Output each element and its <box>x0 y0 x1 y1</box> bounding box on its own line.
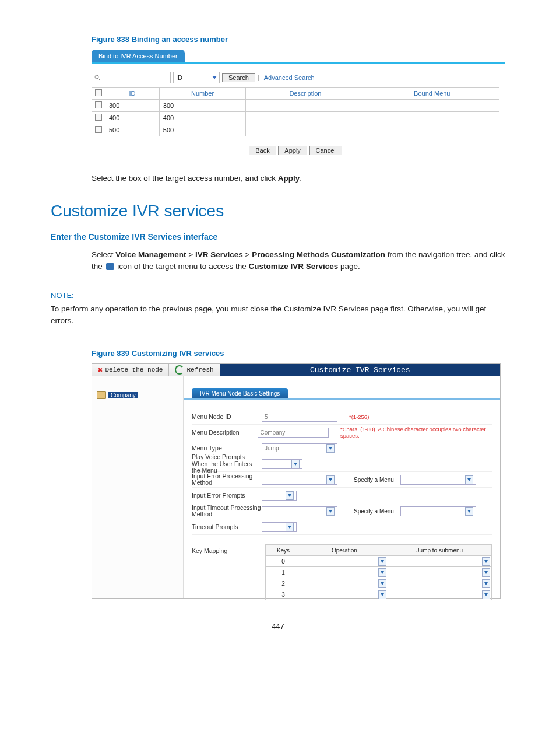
key-mapping-table: Keys Operation Jump to submenu 0 1 2 3 <box>265 544 492 600</box>
search-row: ID Search | Advanced Search <box>92 72 505 83</box>
menu-type-label: Menu Type <box>192 444 262 452</box>
jump-select[interactable] <box>482 590 490 599</box>
input-error-prompts-select[interactable] <box>262 491 297 501</box>
menu-node-id-input[interactable]: 5 <box>262 412 337 422</box>
page-number: 447 <box>51 622 505 631</box>
timeout-prompts-label: Timeout Prompts <box>192 523 262 530</box>
chevron-down-icon <box>286 491 294 500</box>
menu-node-id-label: Menu Node ID <box>192 413 262 420</box>
section-title: Customize IVR services <box>51 202 505 220</box>
col-keys: Keys <box>266 545 301 555</box>
input-error-label: Input Error Processing Method <box>192 473 262 487</box>
chevron-down-icon <box>291 460 300 468</box>
jump-select[interactable] <box>482 557 490 566</box>
bind-access-tab[interactable]: Bind to IVR Access Number <box>92 50 185 62</box>
refresh-icon <box>175 365 184 374</box>
customize-ivr-window: ✖ Delete the node Refresh Customize IVR … <box>92 363 501 598</box>
back-button[interactable]: Back <box>249 146 276 155</box>
col-id: ID <box>105 88 160 100</box>
key-row: 0 <box>265 556 492 567</box>
figure-839-caption: Figure 839 Customizing IVR services <box>92 349 505 358</box>
note-label: NOTE: <box>51 291 505 300</box>
advanced-search-link[interactable]: Advanced Search <box>264 74 315 81</box>
nav-instruction: Select Voice Management > IVR Services >… <box>92 249 505 272</box>
table-row: 300 300 <box>92 100 499 112</box>
operation-select[interactable] <box>378 568 386 577</box>
search-icon <box>94 75 100 80</box>
play-prompts-label: Play Voice Prompts When the User Enters … <box>192 454 262 474</box>
cancel-button[interactable]: Cancel <box>309 146 342 155</box>
table-row: 400 400 <box>92 112 499 124</box>
delete-icon: ✖ <box>98 365 103 375</box>
note-body: To perform any operation to the previous… <box>51 303 505 326</box>
chevron-down-icon <box>212 76 217 79</box>
row-checkbox[interactable] <box>95 126 102 133</box>
row-checkbox[interactable] <box>95 102 102 108</box>
col-number: Number <box>159 88 245 100</box>
play-prompts-select[interactable] <box>262 459 302 469</box>
edit-icon <box>106 263 114 270</box>
search-input[interactable] <box>92 72 171 83</box>
input-timeout-menu-select[interactable] <box>400 506 476 516</box>
refresh-button[interactable]: Refresh <box>169 364 220 376</box>
menu-type-select[interactable]: Jump <box>262 443 337 453</box>
input-timeout-label: Input Timeout Processing Method <box>192 505 262 518</box>
tab-strip: Bind to IVR Access Number <box>92 50 505 64</box>
settings-pane: IVR Menu Node Basic Settings Menu Node I… <box>184 376 500 598</box>
search-field-select-value: ID <box>176 74 182 81</box>
chevron-down-icon <box>326 507 335 516</box>
key-mapping-label: Key Mapping <box>192 547 262 554</box>
chevron-down-icon <box>465 475 473 484</box>
menu-desc-label: Menu Description <box>192 429 258 436</box>
menu-desc-hint: *Chars. (1-80). A Chinese character occu… <box>340 426 492 439</box>
col-jump: Jump to submenu <box>388 545 491 555</box>
table-row: 500 500 <box>92 124 499 136</box>
tree-item-company[interactable]: Company <box>97 391 178 399</box>
input-timeout-select[interactable] <box>262 506 337 516</box>
key-row: 3 <box>265 589 492 600</box>
jump-select[interactable] <box>482 579 490 588</box>
specify-menu-label-2: Specify a Menu <box>354 508 400 514</box>
operation-select[interactable] <box>378 579 386 588</box>
delete-node-button[interactable]: ✖ Delete the node <box>92 364 169 376</box>
col-operation: Operation <box>301 545 388 555</box>
jump-select[interactable] <box>482 568 490 577</box>
window-title: Customize IVR Services <box>220 364 500 376</box>
figure-838-caption: Figure 838 Binding an access number <box>92 35 505 44</box>
folder-icon <box>97 391 106 399</box>
input-error-prompts-label: Input Error Prompts <box>192 492 262 499</box>
timeout-prompts-select[interactable] <box>262 522 297 532</box>
tree-pane: Company <box>92 376 184 598</box>
menu-desc-input[interactable]: Company <box>258 428 329 438</box>
row-checkbox[interactable] <box>95 114 102 121</box>
select-all-checkbox[interactable] <box>95 89 102 96</box>
specify-menu-label: Specify a Menu <box>354 477 400 483</box>
search-button[interactable]: Search <box>222 73 255 82</box>
search-field-select[interactable]: ID <box>173 72 220 83</box>
col-bound: Bound Menu <box>365 88 499 100</box>
svg-line-1 <box>98 78 100 80</box>
chevron-down-icon <box>326 444 335 453</box>
key-row: 1 <box>265 567 492 578</box>
key-row: 2 <box>265 578 492 589</box>
input-error-select[interactable] <box>262 475 337 485</box>
chevron-down-icon <box>465 507 473 516</box>
menu-node-id-hint: *(1-256) <box>349 414 369 420</box>
section-subtitle: Enter the Customize IVR Services interfa… <box>51 232 505 242</box>
instruction-text: Select the box of the target access numb… <box>92 173 505 184</box>
operation-select[interactable] <box>378 557 386 566</box>
apply-button[interactable]: Apply <box>278 146 307 155</box>
chevron-down-icon <box>326 475 335 484</box>
input-error-menu-select[interactable] <box>400 475 476 485</box>
operation-select[interactable] <box>378 590 386 599</box>
panel-title: IVR Menu Node Basic Settings <box>192 388 288 399</box>
col-description: Description <box>246 88 365 100</box>
access-table: ID Number Description Bound Menu 300 300… <box>92 87 499 136</box>
chevron-down-icon <box>286 523 294 531</box>
